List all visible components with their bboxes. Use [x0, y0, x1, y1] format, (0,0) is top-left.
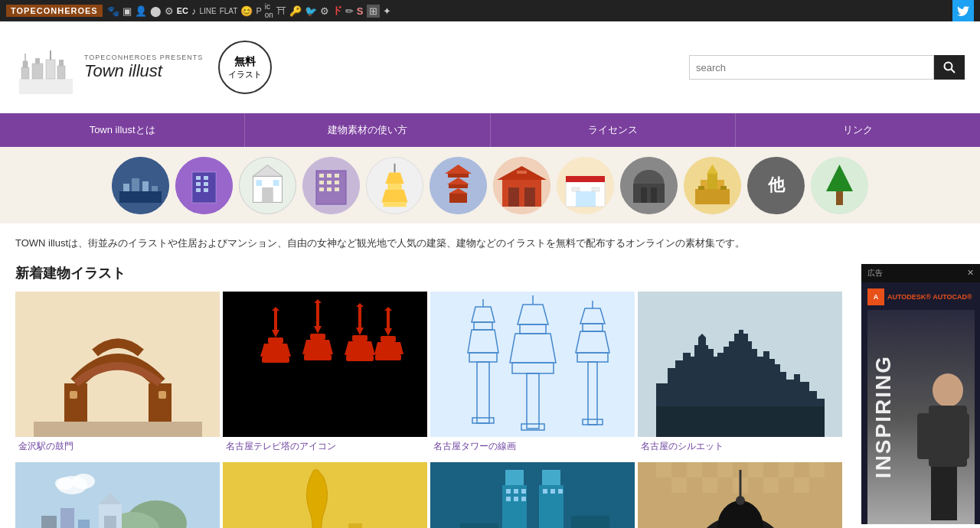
svg-rect-1	[21, 67, 29, 79]
svg-rect-90	[241, 292, 410, 437]
illust-nagoya-sil-link[interactable]: 名古屋のシルエット	[641, 441, 724, 451]
cat-castle[interactable]	[684, 157, 741, 214]
svg-rect-80	[720, 186, 727, 190]
cat-other[interactable]: 他	[747, 157, 805, 214]
nav-icon-music[interactable]: ♪	[191, 5, 197, 17]
illust-kanazawa[interactable]: 金沢駅の鼓門	[15, 292, 220, 459]
illust-nagoya-sil[interactable]: 名古屋のシルエット	[638, 292, 842, 459]
nav-icon-5[interactable]: ⚙	[165, 5, 174, 17]
cat-modern-building[interactable]	[175, 157, 233, 214]
nav-icon-line[interactable]: LINE	[199, 7, 216, 15]
cat-gate[interactable]	[493, 157, 550, 214]
svg-rect-156	[506, 497, 511, 501]
nav-icon-ec[interactable]: EC	[177, 6, 188, 15]
illust-city3[interactable]	[430, 462, 635, 528]
illust-nagoya-icon-link[interactable]: 名古屋テレビ塔のアイコン	[226, 441, 336, 451]
nav-icon-4[interactable]: ⬤	[150, 5, 162, 17]
ad-tagline: INSPIRING	[871, 355, 896, 478]
svg-rect-164	[571, 516, 609, 528]
svg-rect-72	[651, 187, 657, 203]
brand-logo[interactable]: TOPECONHEROES	[6, 5, 103, 17]
svg-rect-153	[506, 489, 511, 494]
svg-rect-23	[204, 182, 208, 186]
svg-point-12	[112, 157, 169, 214]
badge-text-2: イラスト	[228, 69, 262, 80]
cat-dome[interactable]	[620, 157, 678, 214]
svg-rect-140	[104, 516, 116, 528]
nav-icon-shrine[interactable]: ⛩	[276, 5, 286, 17]
svg-rect-102	[346, 355, 374, 361]
nav-icon-2[interactable]: ▣	[122, 5, 132, 17]
svg-rect-184	[917, 413, 931, 459]
svg-rect-89	[158, 391, 166, 399]
illust-nagoya-icon[interactable]: 名古屋テレビ塔のアイコン	[223, 292, 427, 459]
cat-nature[interactable]	[811, 157, 868, 214]
illust-nagoya-line-link[interactable]: 名古屋タワーの線画	[433, 441, 516, 451]
nav-icon-settings[interactable]: ⚙	[320, 5, 329, 17]
new-arrivals-section: 新着建物イラスト	[0, 264, 858, 528]
svg-rect-37	[319, 181, 324, 184]
svg-rect-29	[262, 187, 273, 201]
svg-rect-7	[59, 60, 64, 66]
svg-rect-24	[196, 188, 201, 192]
svg-marker-101	[345, 341, 375, 355]
illust-city4[interactable]	[638, 462, 842, 528]
svg-rect-57	[502, 180, 541, 207]
cat-shop[interactable]	[557, 157, 614, 214]
nav-icon-1[interactable]: 🐾	[107, 5, 119, 17]
svg-rect-22	[196, 182, 201, 186]
svg-rect-39	[335, 181, 339, 184]
nav-icon-icon[interactable]: icon	[265, 2, 273, 19]
cat-tower[interactable]	[366, 157, 423, 214]
illust-kanazawa-link[interactable]: 金沢駅の鼓門	[18, 441, 74, 451]
svg-rect-130	[656, 406, 825, 437]
nav-license[interactable]: ライセンス	[491, 113, 736, 147]
svg-rect-51	[448, 174, 469, 178]
cat-temple[interactable]	[430, 157, 487, 214]
cat-hotel[interactable]	[302, 157, 360, 214]
svg-rect-5	[46, 60, 55, 79]
twitter-button[interactable]	[952, 0, 974, 21]
nav-icon-star[interactable]: ✦	[383, 5, 391, 17]
ad-brand-text: AUTODESK® AUTOCAD®	[887, 293, 972, 301]
nav-icon-pen[interactable]: ✏	[345, 5, 354, 17]
nav-icon-p[interactable]: P	[256, 6, 261, 15]
illust-nagoya-line[interactable]: 名古屋タワーの線画	[430, 292, 635, 459]
nav-icon-grid[interactable]: ⊞	[367, 5, 380, 18]
svg-rect-88	[70, 391, 77, 399]
svg-rect-92	[268, 337, 283, 344]
svg-rect-172	[671, 477, 687, 493]
nav-icon-key[interactable]: 🔑	[289, 5, 302, 17]
svg-rect-136	[60, 508, 74, 528]
svg-rect-167	[687, 462, 702, 477]
nav-about[interactable]: Town illustとは	[0, 113, 245, 147]
nav-icon-3[interactable]: 👤	[135, 5, 147, 17]
svg-rect-159	[543, 489, 547, 494]
svg-rect-152	[542, 470, 560, 485]
search-icon	[943, 61, 956, 73]
illust-city2[interactable]	[223, 462, 427, 528]
cat-white-building[interactable]	[239, 157, 296, 214]
svg-rect-160	[550, 489, 555, 494]
svg-rect-48	[383, 202, 406, 207]
nav-icon-flat[interactable]: FLAT	[220, 7, 238, 15]
svg-rect-30	[256, 180, 262, 186]
nav-icon-s[interactable]: S	[357, 5, 364, 17]
nav-icon-d[interactable]: ド	[332, 4, 342, 18]
nav-icon-emoji[interactable]: 😊	[240, 5, 253, 17]
nav-links[interactable]: リンク	[736, 113, 980, 147]
svg-rect-34	[319, 174, 324, 178]
svg-rect-83	[836, 191, 843, 205]
svg-rect-135	[41, 516, 57, 528]
cat-city-night[interactable]	[112, 157, 169, 214]
illust-city1[interactable]	[15, 462, 220, 528]
search-input[interactable]	[689, 55, 934, 80]
nav-icon-bird[interactable]: 🐦	[305, 5, 317, 17]
svg-point-143	[55, 477, 74, 490]
nav-usage[interactable]: 建物素材の使い方	[245, 113, 490, 147]
search-button[interactable]	[934, 55, 965, 80]
ad-close-button[interactable]: ✕	[967, 268, 974, 278]
badge-text-1: 無料	[234, 55, 256, 69]
logo-area[interactable]: TOPECONHEROES PRESENTS Town illust 無料 イラ…	[15, 37, 272, 98]
svg-rect-41	[327, 187, 332, 191]
